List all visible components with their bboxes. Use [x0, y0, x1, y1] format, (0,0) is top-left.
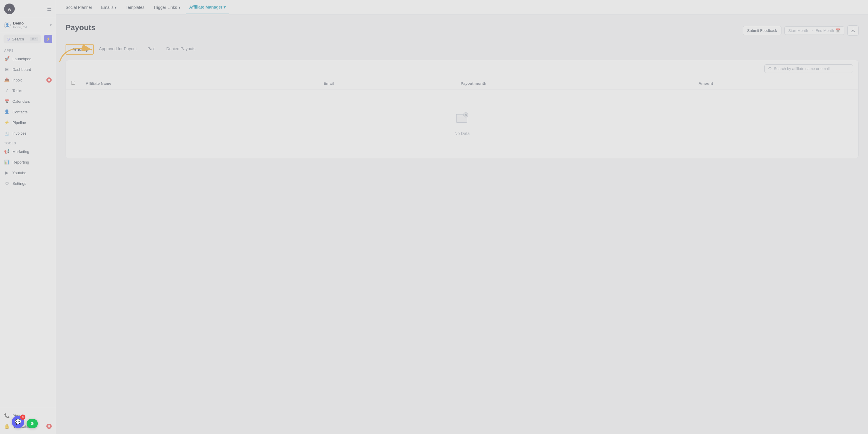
date-range-picker[interactable]: Start Month → End Month 📅 — [784, 26, 844, 35]
hamburger-icon[interactable]: ☰ — [47, 6, 52, 12]
table-toolbar — [66, 60, 858, 78]
chevron-down-icon: ▾ — [178, 5, 181, 10]
pipeline-icon: ⚡ — [4, 120, 9, 125]
sidebar-item-label: Invoices — [12, 131, 27, 135]
tab-denied[interactable]: Denied Payouts — [161, 44, 201, 55]
page-header-right: Submit Feedback Start Month → End Month … — [743, 25, 859, 36]
page-header: Payouts Submit Feedback Start Month → En… — [66, 23, 859, 38]
search-shortcut: ⌘K — [30, 37, 38, 41]
user-section[interactable]: 👤 Demo Irvine, CA ▾ — [0, 18, 56, 32]
sidebar-item-label: Youtube — [12, 170, 26, 175]
contacts-icon: 👤 — [4, 109, 9, 115]
search-icon — [768, 67, 772, 71]
sidebar-item-label: Tasks — [12, 89, 22, 93]
inbox-icon: 📥 — [4, 78, 9, 83]
launchpad-icon: 🚀 — [4, 56, 9, 61]
sidebar-item-calendars[interactable]: 📅 Calendars — [0, 96, 56, 106]
chevron-down-icon: ▾ — [224, 5, 226, 9]
tab-paid[interactable]: Paid — [142, 44, 161, 55]
table-card: Affiliate Name Email Payout month Amount — [66, 60, 859, 158]
marketing-icon: 📢 — [4, 149, 9, 154]
search-input[interactable] — [774, 66, 849, 71]
no-data-cell: No Data — [66, 89, 858, 158]
sidebar-item-reporting[interactable]: 📊 Reporting — [0, 157, 56, 167]
sidebar-item-settings[interactable]: ⚙ Settings — [0, 178, 56, 189]
sidebar-tools-list: 📢 Marketing 📊 Reporting ▶ Youtube ⚙ Sett… — [0, 146, 56, 189]
nav-affiliate-manager[interactable]: Affiliate Manager ▾ — [186, 1, 229, 14]
sidebar-item-label: Contacts — [12, 110, 28, 114]
col-payout-month: Payout month — [456, 78, 693, 89]
chat-badge: 8 — [20, 414, 25, 420]
go-profile-label: G — [31, 421, 34, 426]
sidebar-item-pipeline[interactable]: ⚡ Pipeline — [0, 117, 56, 128]
nav-templates[interactable]: Templates — [122, 1, 148, 14]
search-button[interactable]: ⊙ Search ⌘K — [4, 35, 41, 43]
no-data-text: No Data — [455, 131, 470, 136]
tab-pending[interactable]: Pending — [66, 44, 94, 55]
chevron-down-icon: ▾ — [115, 5, 117, 10]
sidebar-item-label: Dashboard — [12, 67, 31, 72]
col-amount: Amount — [693, 78, 858, 89]
end-month-label: End Month — [815, 28, 834, 33]
affiliate-table: Affiliate Name Email Payout month Amount — [66, 78, 858, 158]
svg-line-3 — [771, 69, 771, 70]
search-input-wrap[interactable] — [764, 64, 853, 73]
tab-approved[interactable]: Approved for Payout — [94, 44, 142, 55]
sidebar-item-label: Marketing — [12, 149, 29, 154]
download-icon — [850, 28, 855, 32]
chat-bubble[interactable]: 💬 8 — [12, 416, 24, 428]
user-name: Demo — [13, 21, 27, 25]
nav-emails[interactable]: Emails ▾ — [97, 1, 120, 14]
table-header-row: Affiliate Name Email Payout month Amount — [66, 78, 858, 89]
sidebar-item-dashboard[interactable]: ⊞ Dashboard — [0, 64, 56, 75]
sidebar-item-tasks[interactable]: ✓ Tasks — [0, 85, 56, 96]
dashboard-icon: ⊞ — [4, 67, 9, 72]
inbox-badge: 0 — [46, 78, 52, 83]
go-profile-button[interactable]: G — [27, 419, 38, 428]
avatar: A — [4, 4, 15, 14]
apps-section-label: Apps — [0, 46, 56, 54]
sidebar-item-youtube[interactable]: ▶ Youtube — [0, 167, 56, 178]
chat-icon: 💬 — [15, 418, 21, 425]
sidebar-item-label: Inbox — [12, 78, 22, 82]
col-select — [66, 78, 80, 89]
tabs: Pending Approved for Payout Paid Denied … — [66, 44, 859, 55]
sidebar-item-launchpad[interactable]: 🚀 Launchpad — [0, 54, 56, 64]
sidebar: A ☰ 👤 Demo Irvine, CA ▾ ⊙ Search ⌘K ⚡ Ap… — [0, 0, 56, 434]
select-all-checkbox[interactable] — [71, 81, 75, 85]
user-icon: 👤 — [4, 22, 11, 28]
download-button[interactable] — [847, 25, 859, 36]
settings-icon: ⚙ — [4, 181, 9, 186]
reporting-icon: 📊 — [4, 159, 9, 165]
lightning-button[interactable]: ⚡ — [44, 35, 52, 43]
sidebar-item-label: Calendars — [12, 99, 30, 104]
search-icon: ⊙ — [6, 37, 10, 41]
sidebar-item-label: Pipeline — [12, 120, 26, 125]
search-label: Search — [12, 37, 28, 41]
sidebar-item-inbox[interactable]: 📥 Inbox 0 — [0, 75, 56, 85]
sidebar-header: A ☰ — [0, 0, 56, 18]
top-nav: Social Planner Emails ▾ Templates Trigge… — [56, 0, 868, 15]
sidebar-item-phone[interactable]: 📞 Phone — [0, 410, 56, 421]
nav-trigger-links[interactable]: Trigger Links ▾ — [150, 1, 184, 14]
sidebar-item-marketing[interactable]: 📢 Marketing — [0, 146, 56, 157]
calendar-icon: 📅 — [836, 28, 840, 33]
main-area: Social Planner Emails ▾ Templates Trigge… — [56, 0, 868, 434]
sidebar-item-label: Settings — [12, 181, 26, 186]
sidebar-item-invoices[interactable]: 🧾 Invoices — [0, 128, 56, 138]
phone-icon: 📞 — [4, 413, 9, 418]
chevron-down-icon: ▾ — [50, 23, 52, 27]
invoices-icon: 🧾 — [4, 130, 9, 136]
notifications-icon: 🔔 — [4, 424, 9, 429]
sidebar-item-contacts[interactable]: 👤 Contacts — [0, 106, 56, 117]
no-data-area: No Data — [71, 94, 853, 154]
col-email: Email — [318, 78, 456, 89]
submit-feedback-button[interactable]: Submit Feedback — [743, 26, 781, 35]
content-area: Payouts Submit Feedback Start Month → En… — [56, 15, 868, 434]
start-month-label: Start Month — [788, 28, 808, 33]
nav-social-planner[interactable]: Social Planner — [62, 1, 96, 14]
no-data-icon — [455, 111, 469, 128]
arrow-icon: → — [810, 28, 814, 33]
sidebar-item-label: Launchpad — [12, 57, 31, 61]
page-title: Payouts — [66, 23, 95, 32]
